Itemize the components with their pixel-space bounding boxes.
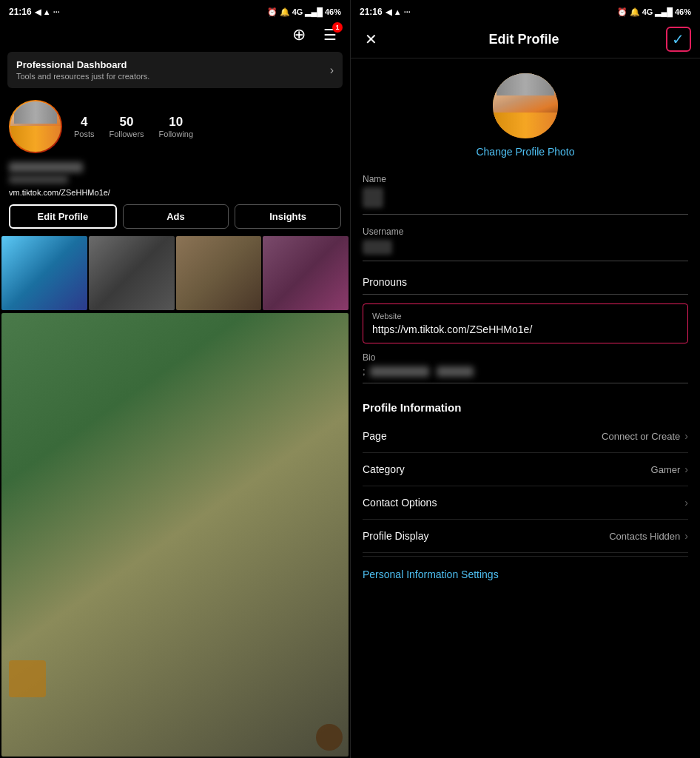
name-input-row bbox=[363, 187, 688, 215]
username-field: Username bbox=[363, 227, 688, 264]
stat-posts: 4 Posts bbox=[74, 115, 95, 138]
network-4g-right: 4G bbox=[642, 7, 653, 16]
battery-left: 46% bbox=[325, 7, 341, 16]
large-thumbnail[interactable] bbox=[1, 313, 349, 757]
thumbnail-2[interactable] bbox=[89, 236, 175, 310]
edit-profile-title: Edit Profile bbox=[488, 32, 559, 47]
pro-dashboard-chevron-icon: › bbox=[330, 64, 334, 77]
contact-options-label: Contact Options bbox=[363, 497, 437, 509]
change-photo-link[interactable]: Change Profile Photo bbox=[476, 146, 574, 158]
profile-url[interactable]: vm.tiktok.com/ZSeHHMo1e/ bbox=[0, 187, 350, 201]
stat-followers[interactable]: 50 Followers bbox=[110, 115, 144, 138]
page-label: Page bbox=[363, 430, 387, 442]
profile-display-value: Contacts Hidden bbox=[609, 531, 680, 542]
stats-row: 4 Posts 50 Followers 10 Following bbox=[74, 115, 193, 138]
following-count: 10 bbox=[169, 115, 183, 130]
profile-display-value-row: Contacts Hidden › bbox=[609, 530, 688, 542]
nav-icons-right: ◀ ▲ ··· bbox=[386, 7, 411, 17]
name-icon bbox=[363, 187, 383, 208]
left-status-bar: 21:16 ◀ ▲ ··· ⏰ 🔔 4G ▂▄█ 46% bbox=[0, 0, 350, 21]
alarm-icon: ⏰ bbox=[267, 7, 277, 17]
menu-button[interactable]: ☰ 1 bbox=[319, 24, 341, 46]
posts-count: 4 bbox=[81, 115, 87, 130]
right-avatar-headwrap bbox=[497, 73, 554, 95]
status-time-left: 21:16 ◀ ▲ ··· bbox=[9, 7, 60, 17]
thumbnail-1[interactable] bbox=[1, 236, 87, 310]
name-label: Name bbox=[363, 174, 688, 184]
avatar bbox=[9, 100, 62, 153]
bio-content-blurred-2 bbox=[437, 366, 474, 377]
pro-dashboard-title: Professional Dashboard bbox=[16, 59, 149, 70]
close-button[interactable]: ✕ bbox=[360, 28, 382, 50]
page-value-row: Connect or Create › bbox=[602, 430, 688, 442]
username-icon bbox=[363, 240, 392, 255]
name-field: Name bbox=[363, 174, 688, 218]
category-chevron-icon: › bbox=[684, 463, 688, 475]
pronouns-label: Pronouns bbox=[363, 276, 688, 288]
page-value: Connect or Create bbox=[602, 431, 680, 442]
pronouns-field[interactable]: Pronouns bbox=[363, 267, 688, 295]
bio-label: Bio bbox=[363, 352, 688, 363]
status-time-right: 21:16 ◀ ▲ ··· bbox=[360, 7, 411, 17]
contact-options-value-row: › bbox=[684, 497, 688, 509]
category-label: Category bbox=[363, 463, 405, 475]
pro-dashboard-subtitle: Tools and resources just for creators. bbox=[16, 72, 149, 81]
network-4g-left: 4G bbox=[292, 7, 303, 16]
volume-icon: 🔔 bbox=[280, 7, 290, 17]
right-avatar-body bbox=[493, 113, 558, 138]
signal-icon-left: ▂▄█ bbox=[305, 7, 323, 17]
thumbnail-row bbox=[0, 236, 350, 310]
status-icons-right: ⏰ 🔔 4G ▂▄█ 46% bbox=[617, 7, 691, 17]
status-icons-left: ⏰ 🔔 4G ▂▄█ 46% bbox=[267, 7, 341, 17]
insights-button[interactable]: Insights bbox=[235, 204, 341, 229]
notification-badge: 1 bbox=[332, 22, 343, 33]
category-value-row: Gamer › bbox=[651, 463, 688, 475]
posts-label: Posts bbox=[74, 130, 95, 138]
right-status-bar: 21:16 ◀ ▲ ··· ⏰ 🔔 4G ▂▄█ 46% bbox=[351, 0, 700, 21]
following-label: Following bbox=[159, 130, 193, 138]
category-value: Gamer bbox=[651, 464, 681, 475]
avatar-body bbox=[10, 126, 61, 152]
profile-display-label: Profile Display bbox=[363, 530, 428, 542]
signal-icon-right: ▂▄█ bbox=[655, 7, 673, 17]
edit-profile-button[interactable]: Edit Profile bbox=[9, 204, 117, 229]
website-field[interactable]: Website https://vm.tiktok.com/ZSeHHMo1e/ bbox=[363, 303, 688, 343]
profile-name-blurred bbox=[9, 162, 83, 172]
time-left: 21:16 bbox=[9, 7, 32, 17]
contact-options-chevron-icon: › bbox=[684, 497, 688, 509]
contact-options-row[interactable]: Contact Options › bbox=[363, 486, 688, 520]
add-post-button[interactable]: ⊕ bbox=[288, 24, 310, 46]
bio-char: ; bbox=[363, 366, 366, 377]
profile-display-chevron-icon: › bbox=[684, 530, 688, 542]
time-right: 21:16 bbox=[360, 7, 383, 17]
nav-icon-left: ◀ ▲ ··· bbox=[35, 7, 60, 17]
stat-following[interactable]: 10 Following bbox=[159, 115, 193, 138]
thumbnail-4[interactable] bbox=[263, 236, 349, 310]
category-row[interactable]: Category Gamer › bbox=[363, 453, 688, 486]
personal-info-link[interactable]: Personal Information Settings bbox=[363, 556, 688, 583]
right-avatar-section: Change Profile Photo bbox=[363, 58, 688, 165]
left-top-icons: ⊕ ☰ 1 bbox=[0, 21, 350, 49]
bio-field: Bio ; bbox=[363, 352, 688, 386]
thumbnail-3[interactable] bbox=[176, 236, 262, 310]
profile-bio-blurred bbox=[9, 175, 68, 184]
page-chevron-icon: › bbox=[684, 430, 688, 442]
right-avatar[interactable] bbox=[493, 73, 558, 138]
website-value: https://vm.tiktok.com/ZSeHHMo1e/ bbox=[372, 323, 679, 335]
profile-info-section-title: Profile Information bbox=[363, 401, 688, 414]
left-panel: 21:16 ◀ ▲ ··· ⏰ 🔔 4G ▂▄█ 46% ⊕ ☰ 1 Profe… bbox=[0, 0, 350, 758]
name-input[interactable] bbox=[389, 192, 688, 204]
ads-button[interactable]: Ads bbox=[123, 204, 229, 229]
profile-display-row[interactable]: Profile Display Contacts Hidden › bbox=[363, 520, 688, 553]
followers-count: 50 bbox=[120, 115, 134, 130]
profile-handle bbox=[0, 159, 350, 187]
edit-profile-form: Change Profile Photo Name Username Prono… bbox=[351, 58, 700, 758]
edit-profile-header: ✕ Edit Profile ✓ bbox=[351, 21, 700, 58]
bio-content-blurred bbox=[370, 366, 429, 377]
battery-right: 46% bbox=[675, 7, 691, 16]
followers-label: Followers bbox=[110, 130, 144, 138]
page-row[interactable]: Page Connect or Create › bbox=[363, 420, 688, 453]
pro-dashboard-banner[interactable]: Professional Dashboard Tools and resourc… bbox=[7, 52, 343, 88]
confirm-button[interactable]: ✓ bbox=[666, 27, 691, 52]
username-input-row bbox=[363, 240, 688, 261]
